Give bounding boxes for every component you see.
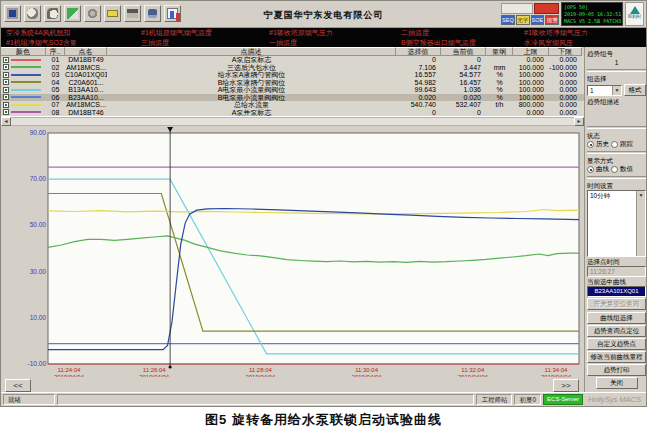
alarm-message[interactable]: 二抽温度: [401, 28, 524, 38]
display-radio-0[interactable]: 曲线: [587, 165, 609, 174]
upper-limit: 0.000: [513, 109, 549, 117]
trend-window: 宁夏国华宁东发电有限公司 SEQ光字SOE报警 [OPS 50]2019-09-…: [0, 0, 647, 407]
scroll-right-button[interactable]: ►: [574, 117, 584, 126]
alarm-message[interactable]: #1吸收塔净烟气压力: [524, 28, 646, 38]
alarm-banner-indicator[interactable]: [534, 3, 559, 14]
blank-indicator: [501, 3, 533, 14]
group-desc-label: 趋势组描述: [587, 97, 646, 106]
trend-chart[interactable]: 90.0070.0050.0030.0010.00-10.0011:24:042…: [1, 126, 584, 378]
column-header[interactable]: 序..: [46, 47, 65, 56]
column-header[interactable]: 下限: [549, 47, 582, 56]
column-header[interactable]: 点名: [65, 47, 107, 56]
y-tick-label: -10.00: [28, 360, 47, 367]
alarm-message[interactable]: #1吸收塔原烟气压力: [269, 28, 401, 38]
toolbar: 宁夏国华宁东发电有限公司 SEQ光字SOE报警 [OPS 50]2019-09-…: [1, 1, 646, 28]
current-value: 16.457: [441, 79, 486, 87]
column-header[interactable]: 点描述: [107, 47, 396, 56]
table-row[interactable]: 04C20A601...B给水泵液耦勺管阀位54.98216.457%100.0…: [1, 79, 584, 87]
current-curve-value[interactable]: B23AA101XQ01: [587, 286, 646, 297]
indicator-报警[interactable]: 报警: [545, 15, 559, 25]
x-tick-time: 11:28:04: [249, 367, 273, 373]
curve-color-swatch: [11, 104, 41, 106]
sidebar-action-button[interactable]: 修改当前曲线量程: [587, 351, 646, 363]
curve-color-cell: [1, 64, 46, 70]
scroll-track[interactable]: [11, 117, 574, 126]
toolbar-right: SEQ光字SOE报警 [OPS 50]2019-09-05 16:32:51MA…: [501, 2, 644, 26]
column-header[interactable]: 选择值: [396, 47, 441, 56]
close-button[interactable]: 关闭: [596, 377, 638, 389]
alarm-message[interactable]: 三抽温度: [141, 38, 269, 48]
status-radio-0[interactable]: 历史: [587, 140, 609, 149]
indicator-SEQ[interactable]: SEQ: [501, 15, 515, 25]
sidebar-action-button[interactable]: 趋势查询点定位: [587, 325, 646, 337]
status-radio-1[interactable]: 跟踪: [611, 140, 633, 149]
curve-visible-checkbox[interactable]: [3, 57, 9, 63]
table-row[interactable]: 01DM18BT49A泵启泵标志000.0000.000: [1, 56, 584, 64]
sidebar-buttons: 曲线组选择趋势查询点定位自定义趋势点修改当前曲线量程趋势打印: [587, 311, 646, 377]
digital-change-query-button[interactable]: 开关量变位查询: [587, 298, 646, 310]
curve-visible-checkbox[interactable]: [3, 87, 9, 93]
trend-chart-svg[interactable]: 90.0070.0050.0030.0010.00-10.0011:24:042…: [19, 127, 582, 377]
table-row[interactable]: 03C10A01XQ01给水泵A液耦勺管阀位16.55754.577%100.0…: [1, 71, 584, 79]
trend-group-no-label: 趋势组号: [587, 49, 646, 58]
radio-icon[interactable]: [611, 141, 618, 148]
row-number: 05: [46, 86, 65, 94]
current-curve-label: 当前选中曲线: [587, 277, 646, 286]
curve-color-swatch: [11, 66, 41, 68]
point-time-input[interactable]: 11:26:27: [587, 266, 646, 277]
x-tick-date: 2019/04/04: [352, 374, 383, 377]
upper-limit: 0.000: [513, 56, 549, 64]
radio-icon[interactable]: [587, 166, 594, 173]
x-tick-date: 2019/04/04: [458, 374, 489, 377]
table-hscrollbar[interactable]: ◄ ►: [1, 116, 584, 126]
alarm-message[interactable]: #1机组原烟气烟气温度: [141, 28, 269, 38]
alarm-message[interactable]: 水冷风室烟风压: [524, 38, 646, 48]
sidebar-action-button[interactable]: 自定义趋势点: [587, 338, 646, 350]
table-row[interactable]: 02AM18MCS...三选后汽包水位7.1063.447mm100.000-1…: [1, 64, 584, 72]
curve-visible-checkbox[interactable]: [3, 109, 9, 115]
time-range-dropdown[interactable]: 10分钟 ▼: [587, 190, 646, 257]
x-tick-date: 2019/04/04: [245, 374, 276, 377]
cursor-top-marker-icon[interactable]: [167, 127, 173, 132]
format-button[interactable]: 格式: [624, 84, 646, 96]
alarm-message[interactable]: 一抽温度: [269, 38, 401, 48]
status-radio-group: 历史跟踪: [587, 140, 646, 149]
curve-visible-checkbox[interactable]: [3, 102, 9, 108]
curve-visible-checkbox[interactable]: [3, 72, 9, 78]
alarm-message[interactable]: #1机组净烟气SO2含量: [6, 38, 141, 48]
column-header[interactable]: 颜色: [1, 47, 46, 56]
column-header[interactable]: 量纲: [486, 47, 513, 56]
cursor-bottom-marker-icon[interactable]: [169, 365, 172, 368]
table-row[interactable]: 07AM18MCS...总给水流量540.740532.407t/h800.00…: [1, 101, 584, 109]
group-select-dropdown[interactable]: 1 ▼: [587, 85, 622, 96]
display-radio-1[interactable]: 数值: [611, 165, 633, 174]
alarm-message[interactable]: B侧空预器出口烟气温度: [401, 38, 524, 48]
brand-text: HollySys MACS: [585, 395, 644, 404]
column-header[interactable]: 当前值: [441, 47, 486, 56]
sidebar-action-button[interactable]: 曲线组选择: [587, 312, 646, 324]
table-row[interactable]: 05B13AA10...A电泵最小流量阀阀位99.6431.036%100.00…: [1, 86, 584, 94]
curve-visible-checkbox[interactable]: [3, 64, 9, 70]
curve-visible-checkbox[interactable]: [3, 79, 9, 85]
page-back-button[interactable]: <<: [5, 379, 31, 392]
row-number: 07: [46, 101, 65, 109]
curve-visible-checkbox[interactable]: [3, 94, 9, 100]
page-forward-button[interactable]: >>: [553, 379, 579, 392]
column-header[interactable]: 上限: [513, 47, 549, 56]
alarm-message[interactable]: 空冷系统4A风机脱扣: [6, 28, 141, 38]
chevron-down-icon[interactable]: ▼: [636, 191, 645, 256]
radio-label: 跟踪: [620, 140, 633, 149]
point-name: DM18BT49: [65, 56, 107, 64]
radio-icon[interactable]: [587, 141, 594, 148]
point-description: A电泵最小流量阀阀位: [107, 86, 396, 94]
table-row[interactable]: 08DM18BT46A泵并泵标志000.0000.000: [1, 109, 584, 117]
chevron-down-icon[interactable]: ▼: [612, 86, 621, 95]
table-row[interactable]: 06B23AA10...B电泵最小流量阀阀位0.0200.020%100.000…: [1, 94, 584, 102]
sidebar-action-button[interactable]: 趋势打印: [587, 364, 646, 376]
scroll-left-button[interactable]: ◄: [1, 117, 11, 126]
indicator-光字[interactable]: 光字: [516, 15, 530, 25]
indicator-SOE[interactable]: SOE: [531, 15, 545, 25]
point-description: 给水泵A液耦勺管阀位: [107, 71, 396, 79]
selected-value: 54.982: [396, 79, 441, 87]
radio-icon[interactable]: [611, 166, 618, 173]
